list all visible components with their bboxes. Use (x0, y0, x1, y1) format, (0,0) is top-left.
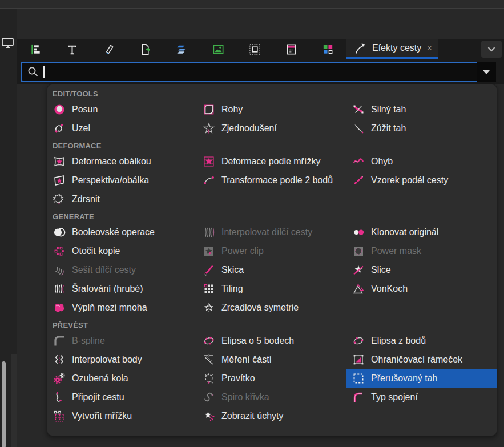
power-stroke-icon (352, 103, 365, 116)
tab-selectors[interactable] (273, 39, 309, 59)
tab-close-icon[interactable]: × (427, 43, 432, 53)
effect-item[interactable]: Tiling (197, 279, 346, 298)
effect-item[interactable]: Posun (47, 100, 197, 119)
tab-overflow-button[interactable] (481, 41, 502, 58)
effect-item-label: VonKoch (371, 284, 408, 294)
tab-objects[interactable] (236, 39, 273, 59)
dropdown-arrow-icon (479, 65, 493, 79)
effect-item[interactable]: Elipsa o 5 bodech (197, 331, 346, 350)
effect-item[interactable]: Zrcadlová symetrie (197, 298, 346, 317)
tab-swatches[interactable] (309, 39, 346, 59)
effect-item[interactable]: Vytvořit mřížku (47, 406, 197, 425)
effect-item[interactable]: Klonovat originál (346, 223, 497, 241)
bspline-icon (53, 334, 66, 348)
effect-item-label: Rohy (221, 104, 243, 115)
clone-original-icon (352, 225, 365, 239)
search-dropdown-button[interactable] (477, 62, 496, 82)
category-header: PŘEVÉST (47, 317, 497, 331)
construct-grid-icon (53, 409, 66, 423)
effect-item[interactable]: Power clip (197, 241, 346, 260)
effect-item[interactable]: Uzel (47, 119, 197, 138)
dialog-tabbar: Efekty cesty × (17, 39, 504, 59)
effect-item[interactable]: Měření částí (197, 350, 346, 369)
sketch-icon (202, 263, 216, 277)
vonkoch-icon (352, 282, 365, 296)
effect-item[interactable]: Ohraničovací rámeček (346, 350, 497, 369)
effect-item[interactable]: Zobrazit úchyty (197, 406, 346, 425)
effect-item-label: Vzorek podél cesty (371, 175, 448, 186)
join-type-icon (352, 390, 365, 404)
fill-between-many-icon (53, 301, 66, 315)
effect-search-input[interactable] (21, 62, 481, 82)
effect-item-label: B-spline (72, 336, 105, 346)
roughen-icon (53, 192, 66, 206)
left-rail (0, 9, 17, 447)
effect-item[interactable]: Zjednodušení (197, 119, 346, 138)
tab-layers[interactable] (163, 39, 200, 59)
effect-item-label: Měření částí (221, 355, 272, 365)
effect-item[interactable]: Silný tah (346, 100, 497, 119)
tab-text[interactable] (54, 39, 90, 59)
effect-item[interactable]: Deformace obálkou (47, 152, 197, 171)
boolean-operations-icon (53, 225, 66, 239)
knot-icon (53, 122, 66, 135)
effect-item[interactable]: Transformace podle 2 bodů (197, 171, 346, 190)
effect-item[interactable]: Pravítko (197, 369, 346, 388)
envelope-deformation-icon (53, 155, 66, 168)
effect-item-label: Připojit cestu (72, 392, 124, 402)
effect-item[interactable]: Přerušovaný tah (346, 369, 497, 388)
swatches-icon (321, 43, 334, 56)
effect-item-label: Slice (371, 265, 391, 275)
effect-item[interactable]: VonKoch (346, 279, 497, 298)
effect-item[interactable]: Slice (346, 260, 497, 279)
effect-item[interactable]: Zdrsnit (47, 190, 197, 208)
category-header: GENERATE (47, 208, 497, 223)
vertical-scrollbar[interactable] (2, 361, 6, 447)
effect-item-label: Přerušovaný tah (371, 373, 438, 384)
effect-item[interactable]: Zúžit tah (346, 119, 497, 138)
power-mask-icon (352, 244, 365, 258)
effect-item-label: Výplň mezi mnoha (72, 303, 147, 313)
effect-item[interactable]: Vzorek podél cesty (346, 171, 497, 190)
effect-item[interactable]: Připojit cestu (47, 388, 197, 406)
effect-item[interactable]: Ozubená kola (47, 369, 197, 388)
effect-item-label: Skica (221, 265, 244, 275)
tab-calligraphy[interactable] (90, 39, 127, 59)
stitch-subpaths-icon (53, 263, 66, 277)
effect-item-label: Interpolovat body (72, 355, 142, 365)
effect-item[interactable]: Šrafování (hrubé) (47, 279, 197, 298)
effect-item[interactable]: Perspektiva/obálka (47, 171, 197, 190)
effect-item[interactable]: Typ spojení (346, 388, 497, 406)
path-effects-popup: EDIT/TOOLSPosunRohySilný tahUzelZjednodu… (47, 84, 497, 436)
effect-item[interactable]: Interpolovat dílčí cesty (197, 223, 346, 241)
effect-item[interactable]: Skica (197, 260, 346, 279)
effect-item[interactable]: Interpolovat body (47, 350, 197, 369)
tab-image[interactable] (200, 39, 236, 59)
ellipse-five-points-icon (202, 334, 216, 348)
show-handles-icon (202, 409, 216, 423)
effect-item[interactable]: Ohyb (346, 152, 497, 171)
effect-item-label: Transformace podle 2 bodů (221, 175, 333, 186)
simplify-icon (202, 122, 216, 135)
effect-item[interactable]: Sešít dílčí cesty (47, 260, 197, 279)
effect-item[interactable]: Výplň mezi mnoha (47, 298, 197, 317)
effect-item[interactable]: Booleovské operace (47, 223, 197, 241)
tab-align-distribute[interactable] (17, 39, 54, 59)
effect-item-label: Uzel (72, 123, 90, 134)
effect-item[interactable]: Elipsa z bodů (346, 331, 497, 350)
effect-item[interactable]: Power mask (346, 241, 497, 260)
effect-item[interactable]: Deformace podle mřížky (197, 152, 346, 171)
effect-item-label: Elipsa o 5 bodech (221, 336, 294, 346)
effect-item[interactable]: B-spline (47, 331, 197, 350)
display-button[interactable] (0, 35, 15, 50)
tab-export[interactable] (127, 39, 163, 59)
gears-icon (53, 372, 66, 385)
calligraphy-icon (102, 43, 115, 56)
effect-item[interactable]: Otočit kopie (47, 241, 197, 260)
transform-two-points-icon (202, 174, 216, 187)
effect-item-label: Ohraničovací rámeček (371, 355, 462, 365)
effect-item[interactable]: Rohy (197, 100, 346, 119)
effect-item[interactable]: Spiro křivka (197, 388, 346, 406)
bend-icon (352, 155, 365, 168)
tab-path-effects[interactable]: Efekty cesty × (346, 39, 438, 59)
